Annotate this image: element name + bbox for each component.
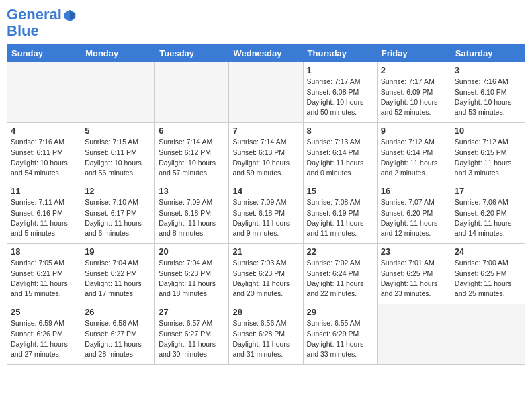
calendar-cell: 23Sunrise: 7:01 AM Sunset: 6:25 PM Dayli… <box>377 244 451 304</box>
calendar-cell: 6Sunrise: 7:14 AM Sunset: 6:12 PM Daylig… <box>155 123 229 183</box>
day-number: 9 <box>381 126 447 136</box>
calendar-table: SundayMondayTuesdayWednesdayThursdayFrid… <box>7 44 525 365</box>
calendar-cell: 10Sunrise: 7:12 AM Sunset: 6:15 PM Dayli… <box>451 123 525 183</box>
calendar-body: 1Sunrise: 7:17 AM Sunset: 6:08 PM Daylig… <box>7 62 525 365</box>
calendar-week-row: 11Sunrise: 7:11 AM Sunset: 6:16 PM Dayli… <box>7 183 525 244</box>
day-number: 3 <box>455 65 521 75</box>
day-number: 14 <box>232 186 299 196</box>
day-info: Sunrise: 7:08 AM Sunset: 6:19 PM Dayligh… <box>307 197 373 238</box>
day-number: 26 <box>85 307 151 317</box>
calendar-cell: 14Sunrise: 7:09 AM Sunset: 6:18 PM Dayli… <box>229 183 303 244</box>
day-number: 1 <box>307 65 373 75</box>
calendar-week-row: 1Sunrise: 7:17 AM Sunset: 6:08 PM Daylig… <box>7 62 525 123</box>
calendar-cell: 3Sunrise: 7:16 AM Sunset: 6:10 PM Daylig… <box>451 62 525 123</box>
day-info: Sunrise: 6:57 AM Sunset: 6:27 PM Dayligh… <box>159 318 225 359</box>
day-number: 24 <box>455 246 521 257</box>
weekday-header: Sunday <box>7 45 81 62</box>
calendar-cell: 26Sunrise: 6:58 AM Sunset: 6:27 PM Dayli… <box>81 304 155 365</box>
day-number: 16 <box>381 186 447 196</box>
day-number: 18 <box>11 246 77 257</box>
weekday-header: Monday <box>81 45 155 62</box>
day-number: 25 <box>11 307 77 317</box>
day-number: 15 <box>307 186 373 196</box>
calendar-cell <box>155 62 229 123</box>
weekday-header: Saturday <box>451 45 525 62</box>
calendar-week-row: 4Sunrise: 7:16 AM Sunset: 6:11 PM Daylig… <box>7 123 525 183</box>
day-info: Sunrise: 7:02 AM Sunset: 6:24 PM Dayligh… <box>307 258 373 299</box>
day-info: Sunrise: 6:59 AM Sunset: 6:26 PM Dayligh… <box>11 318 77 359</box>
calendar-week-row: 25Sunrise: 6:59 AM Sunset: 6:26 PM Dayli… <box>7 304 525 365</box>
day-info: Sunrise: 7:01 AM Sunset: 6:25 PM Dayligh… <box>381 258 447 299</box>
calendar-cell: 8Sunrise: 7:13 AM Sunset: 6:14 PM Daylig… <box>303 123 377 183</box>
day-info: Sunrise: 7:17 AM Sunset: 6:09 PM Dayligh… <box>381 77 447 118</box>
day-info: Sunrise: 7:16 AM Sunset: 6:11 PM Dayligh… <box>11 137 77 178</box>
day-info: Sunrise: 7:11 AM Sunset: 6:16 PM Dayligh… <box>11 197 77 238</box>
calendar-cell: 7Sunrise: 7:14 AM Sunset: 6:13 PM Daylig… <box>229 123 303 183</box>
calendar-cell <box>7 62 81 123</box>
day-info: Sunrise: 7:17 AM Sunset: 6:08 PM Dayligh… <box>307 77 373 118</box>
day-number: 8 <box>307 126 373 136</box>
calendar-cell: 5Sunrise: 7:15 AM Sunset: 6:11 PM Daylig… <box>81 123 155 183</box>
calendar-cell: 4Sunrise: 7:16 AM Sunset: 6:11 PM Daylig… <box>7 123 81 183</box>
weekday-header: Wednesday <box>229 45 303 62</box>
day-number: 19 <box>85 246 151 257</box>
calendar-week-row: 18Sunrise: 7:05 AM Sunset: 6:21 PM Dayli… <box>7 244 525 304</box>
day-number: 7 <box>232 126 299 136</box>
calendar-cell <box>377 304 451 365</box>
day-info: Sunrise: 7:10 AM Sunset: 6:17 PM Dayligh… <box>85 197 151 238</box>
calendar-cell: 24Sunrise: 7:00 AM Sunset: 6:25 PM Dayli… <box>451 244 525 304</box>
day-info: Sunrise: 7:14 AM Sunset: 6:13 PM Dayligh… <box>232 137 299 178</box>
calendar-cell: 2Sunrise: 7:17 AM Sunset: 6:09 PM Daylig… <box>377 62 451 123</box>
day-info: Sunrise: 7:13 AM Sunset: 6:14 PM Dayligh… <box>307 137 373 178</box>
day-info: Sunrise: 7:16 AM Sunset: 6:10 PM Dayligh… <box>455 77 521 118</box>
day-number: 13 <box>159 186 225 196</box>
calendar-cell: 1Sunrise: 7:17 AM Sunset: 6:08 PM Daylig… <box>303 62 377 123</box>
calendar-cell: 15Sunrise: 7:08 AM Sunset: 6:19 PM Dayli… <box>303 183 377 244</box>
day-info: Sunrise: 7:07 AM Sunset: 6:20 PM Dayligh… <box>381 197 447 238</box>
day-number: 2 <box>381 65 447 75</box>
calendar-cell: 28Sunrise: 6:56 AM Sunset: 6:28 PM Dayli… <box>229 304 303 365</box>
calendar-cell: 25Sunrise: 6:59 AM Sunset: 6:26 PM Dayli… <box>7 304 81 365</box>
day-number: 11 <box>11 186 77 196</box>
day-number: 5 <box>85 126 151 136</box>
page-header: General Blue <box>7 7 525 39</box>
day-number: 28 <box>232 307 299 317</box>
logo-icon <box>63 9 77 22</box>
day-number: 21 <box>232 246 299 257</box>
day-info: Sunrise: 6:55 AM Sunset: 6:29 PM Dayligh… <box>307 318 373 359</box>
calendar-cell: 11Sunrise: 7:11 AM Sunset: 6:16 PM Dayli… <box>7 183 81 244</box>
day-info: Sunrise: 6:56 AM Sunset: 6:28 PM Dayligh… <box>232 318 299 359</box>
day-info: Sunrise: 7:09 AM Sunset: 6:18 PM Dayligh… <box>159 197 225 238</box>
day-info: Sunrise: 7:12 AM Sunset: 6:14 PM Dayligh… <box>381 137 447 178</box>
weekday-header: Friday <box>377 45 451 62</box>
calendar-cell: 16Sunrise: 7:07 AM Sunset: 6:20 PM Dayli… <box>377 183 451 244</box>
calendar-cell: 9Sunrise: 7:12 AM Sunset: 6:14 PM Daylig… <box>377 123 451 183</box>
day-info: Sunrise: 7:12 AM Sunset: 6:15 PM Dayligh… <box>455 137 521 178</box>
weekday-header: Tuesday <box>155 45 229 62</box>
day-info: Sunrise: 7:00 AM Sunset: 6:25 PM Dayligh… <box>455 258 521 299</box>
day-number: 29 <box>307 307 373 317</box>
calendar-cell <box>229 62 303 123</box>
day-number: 22 <box>307 246 373 257</box>
day-number: 10 <box>455 126 521 136</box>
day-info: Sunrise: 7:04 AM Sunset: 6:22 PM Dayligh… <box>85 258 151 299</box>
weekday-header: Thursday <box>303 45 377 62</box>
day-info: Sunrise: 7:03 AM Sunset: 6:23 PM Dayligh… <box>232 258 299 299</box>
day-info: Sunrise: 7:15 AM Sunset: 6:11 PM Dayligh… <box>85 137 151 178</box>
calendar-cell: 17Sunrise: 7:06 AM Sunset: 6:20 PM Dayli… <box>451 183 525 244</box>
calendar-cell: 20Sunrise: 7:04 AM Sunset: 6:23 PM Dayli… <box>155 244 229 304</box>
day-number: 20 <box>159 246 225 257</box>
calendar-cell <box>81 62 155 123</box>
calendar-cell: 27Sunrise: 6:57 AM Sunset: 6:27 PM Dayli… <box>155 304 229 365</box>
day-number: 23 <box>381 246 447 257</box>
calendar-cell: 21Sunrise: 7:03 AM Sunset: 6:23 PM Dayli… <box>229 244 303 304</box>
day-info: Sunrise: 7:04 AM Sunset: 6:23 PM Dayligh… <box>159 258 225 299</box>
day-info: Sunrise: 6:58 AM Sunset: 6:27 PM Dayligh… <box>85 318 151 359</box>
day-number: 17 <box>455 186 521 196</box>
day-info: Sunrise: 7:09 AM Sunset: 6:18 PM Dayligh… <box>232 197 299 238</box>
calendar-cell <box>451 304 525 365</box>
calendar-cell: 29Sunrise: 6:55 AM Sunset: 6:29 PM Dayli… <box>303 304 377 365</box>
logo-text: General Blue <box>7 7 77 39</box>
logo: General Blue <box>7 7 77 39</box>
day-info: Sunrise: 7:05 AM Sunset: 6:21 PM Dayligh… <box>11 258 77 299</box>
